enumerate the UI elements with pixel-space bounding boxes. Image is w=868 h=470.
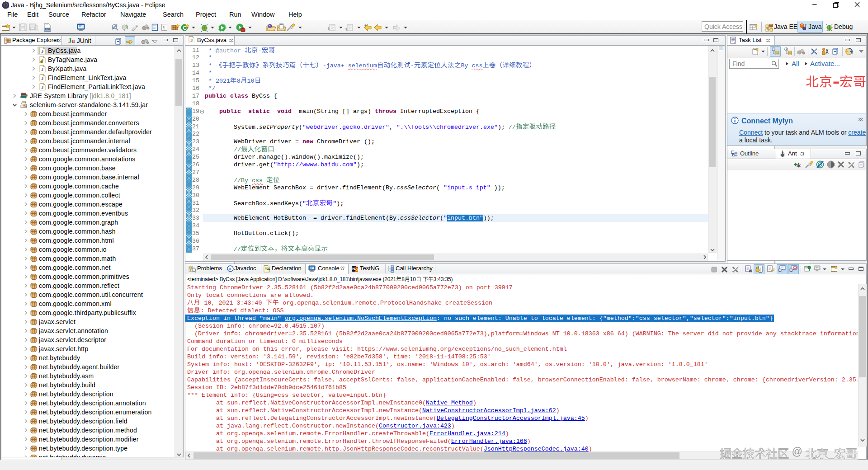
svg-text:¶: ¶ bbox=[163, 25, 165, 30]
svg-text:J: J bbox=[190, 38, 193, 43]
svg-text:J: J bbox=[41, 66, 44, 72]
svg-text:J: J bbox=[41, 48, 44, 54]
svg-text:G: G bbox=[355, 268, 358, 272]
svg-text:J: J bbox=[41, 75, 44, 81]
svg-text:J: J bbox=[41, 85, 44, 90]
svg-text:a: a bbox=[229, 267, 231, 272]
svg-text:10: 10 bbox=[24, 105, 27, 108]
svg-text:N: N bbox=[352, 267, 355, 271]
svg-text:J: J bbox=[805, 24, 807, 28]
svg-text:010: 010 bbox=[45, 28, 50, 31]
